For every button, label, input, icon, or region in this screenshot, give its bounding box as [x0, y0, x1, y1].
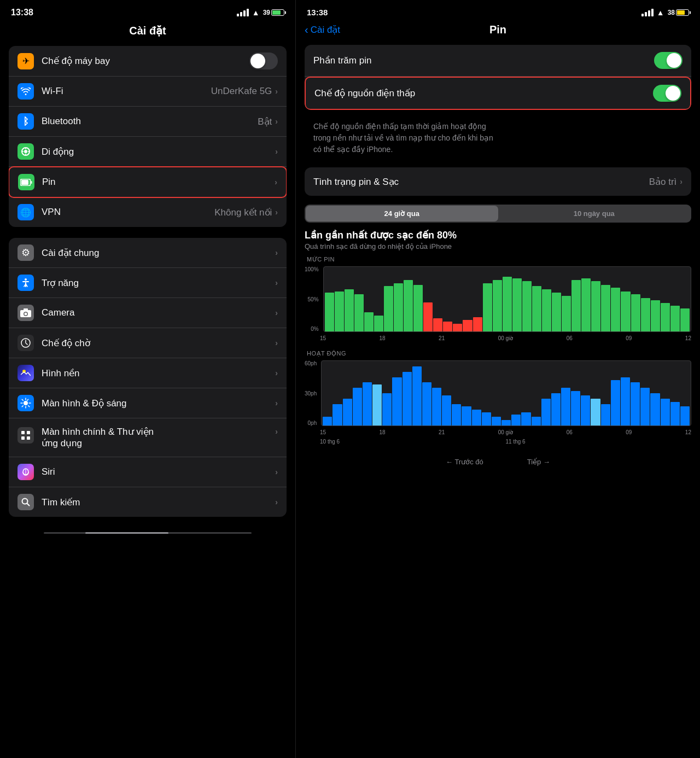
- right-time: 13:38: [307, 8, 328, 17]
- sidebar-item-accessibility[interactable]: Trợ năng ›: [9, 268, 287, 298]
- svg-rect-16: [27, 436, 30, 440]
- tab-10d[interactable]: 10 ngày qua: [498, 206, 691, 221]
- sidebar-item-wifi[interactable]: Wi-Fi UnDerKafe 5G ›: [9, 77, 287, 107]
- svg-rect-15: [21, 436, 25, 440]
- bluetooth-label: Bluetooth: [42, 116, 258, 127]
- general-label: Cài đặt chung: [42, 247, 275, 259]
- airplane-icon: ✈: [18, 53, 34, 69]
- sidebar-item-general[interactable]: ⚙ Cài đặt chung ›: [9, 238, 287, 268]
- siri-icon: [18, 464, 34, 480]
- settings-panel: 13:38 ▲ 39 Cài đặt ✈ Chế độ máy bay: [0, 0, 295, 758]
- activity-x-labels: 15 18 21 00 giờ 06 09 12: [320, 427, 691, 435]
- battery-chart-container: 100% 50% 0%: [305, 266, 691, 332]
- battery-health-value: Bảo trì: [649, 176, 677, 188]
- sidebar-item-battery[interactable]: Pin ›: [9, 166, 287, 198]
- wallpaper-chevron: ›: [275, 369, 278, 377]
- display-chevron: ›: [275, 399, 278, 407]
- activity-chart: [321, 360, 691, 426]
- wallpaper-icon: [18, 365, 34, 381]
- vpn-label: VPN: [42, 207, 214, 218]
- tab-24h[interactable]: 24 giờ qua: [306, 206, 498, 221]
- bottom-nav-hint: ← Trước đó Tiếp →: [305, 453, 691, 475]
- battery-percent-item[interactable]: Phần trăm pin: [305, 45, 691, 77]
- left-scroll-indicator: [44, 532, 252, 534]
- battery-health-label: Tình trạng pin & Sạc: [313, 176, 649, 188]
- sidebar-item-homescreen[interactable]: Màn hình chính & Thư viện ứng dụng ›: [9, 418, 287, 457]
- sidebar-item-siri[interactable]: Siri ›: [9, 457, 287, 487]
- siri-label: Siri: [42, 467, 275, 477]
- battery-health-item[interactable]: Tình trạng pin & Sạc Bảo trì ›: [305, 167, 691, 196]
- bluetooth-chevron: ›: [275, 117, 278, 126]
- left-page-title: Cài đặt: [0, 22, 295, 46]
- camera-label: Camera: [42, 307, 275, 318]
- right-wifi-icon: ▲: [657, 8, 664, 17]
- activity-chart-section: HOẠT ĐỘNG 60ph 30ph 0ph 15 18 21 00 giờ …: [305, 350, 691, 445]
- back-label: Cài đặt: [311, 24, 340, 36]
- cellular-label: Di động: [42, 146, 275, 158]
- right-battery-fill: [677, 10, 685, 15]
- sidebar-item-display[interactable]: Màn hình & Độ sáng ›: [9, 388, 287, 418]
- battery-chart-section: Lần gần nhất được sạc đến 80% Quá trình …: [305, 229, 691, 341]
- back-chevron-icon: ‹: [305, 24, 308, 36]
- bottom-left-hint: ← Trước đó: [446, 458, 483, 466]
- right-status-bar: 13:38 ▲ 38: [296, 0, 700, 21]
- activity-chart-container: 60ph 30ph 0ph: [305, 360, 691, 426]
- sidebar-item-vpn[interactable]: 🌐 VPN Không kết nối ›: [9, 197, 287, 227]
- standby-label: Chế độ chờ: [42, 337, 275, 349]
- wifi-label: Wi-Fi: [42, 86, 211, 97]
- battery-options-group: Phần trăm pin Chế độ nguồn điện thấp: [305, 45, 691, 110]
- homescreen-icon: [18, 427, 34, 444]
- sidebar-item-wallpaper[interactable]: Hình nền ›: [9, 358, 287, 388]
- right-battery-body: [676, 9, 689, 16]
- standby-chevron: ›: [275, 339, 278, 347]
- right-header: ‹ Cài đặt Pin: [296, 21, 700, 45]
- bluetooth-icon: ᛒ: [18, 113, 34, 130]
- back-button[interactable]: ‹ Cài đặt: [305, 24, 340, 36]
- sidebar-item-search[interactable]: Tìm kiếm ›: [9, 487, 287, 517]
- battery-percent-toggle[interactable]: [654, 52, 682, 69]
- battery-percent-label: Phần trăm pin: [313, 55, 654, 66]
- wifi-settings-icon: [18, 83, 34, 100]
- accessibility-chevron: ›: [275, 278, 278, 287]
- battery-settings-icon: [18, 174, 34, 190]
- battery-level-label: MỨC PIN: [307, 256, 691, 263]
- battery-x-labels: 15 18 21 00 giờ 06 09 12: [320, 333, 691, 341]
- right-status-icons: ▲ 38: [641, 8, 689, 17]
- low-power-toggle[interactable]: [653, 85, 681, 102]
- sidebar-item-cellular[interactable]: Di động ›: [9, 137, 287, 167]
- battery-body: [271, 9, 284, 16]
- sidebar-item-airplane[interactable]: ✈ Chế độ máy bay: [9, 46, 287, 77]
- display-icon: [18, 395, 34, 411]
- chart-heading: Lần gần nhất được sạc đến 80%: [305, 229, 691, 241]
- activity-y-labels: 60ph 30ph 0ph: [305, 360, 319, 426]
- airplane-toggle[interactable]: [249, 53, 278, 69]
- right-signal-icon: [641, 9, 654, 16]
- battery-fill: [272, 10, 281, 15]
- sidebar-item-bluetooth[interactable]: ᛒ Bluetooth Bật ›: [9, 107, 287, 137]
- homescreen-chevron: ›: [275, 427, 278, 436]
- svg-rect-4: [21, 180, 28, 185]
- display-label: Màn hình & Độ sáng: [42, 398, 275, 409]
- activity-x-dates: 10 thg 6 11 thg 6: [320, 436, 691, 445]
- right-battery-indicator: 38: [668, 9, 689, 16]
- battery-detail-panel: 13:38 ▲ 38 ‹ Cài đặt Pin: [295, 0, 700, 758]
- left-status-icons: ▲ 39: [237, 8, 284, 17]
- wifi-value: UnDerKafe 5G: [211, 86, 272, 97]
- low-power-item[interactable]: Chế độ nguồn điện thấp: [305, 77, 691, 110]
- battery-indicator: 39: [263, 9, 284, 16]
- vpn-chevron: ›: [275, 208, 278, 217]
- battery-chart: [323, 266, 691, 332]
- general-chevron: ›: [275, 248, 278, 257]
- standby-icon: [18, 335, 34, 351]
- accessibility-label: Trợ năng: [42, 277, 275, 289]
- vpn-icon: 🌐: [18, 204, 34, 220]
- bottom-right-hint: Tiếp →: [527, 458, 550, 466]
- sidebar-item-standby[interactable]: Chế độ chờ ›: [9, 328, 287, 358]
- svg-rect-3: [31, 181, 32, 184]
- wallpaper-label: Hình nền: [42, 368, 275, 379]
- sidebar-item-camera[interactable]: Camera ›: [9, 298, 287, 328]
- chart-tabs: 24 giờ qua 10 ngày qua: [305, 205, 691, 223]
- battery-label: Pin: [42, 177, 275, 188]
- search-chevron: ›: [275, 498, 278, 506]
- chart-subtext: Quá trình sạc đã dừng do nhiệt độ của iP…: [305, 242, 691, 250]
